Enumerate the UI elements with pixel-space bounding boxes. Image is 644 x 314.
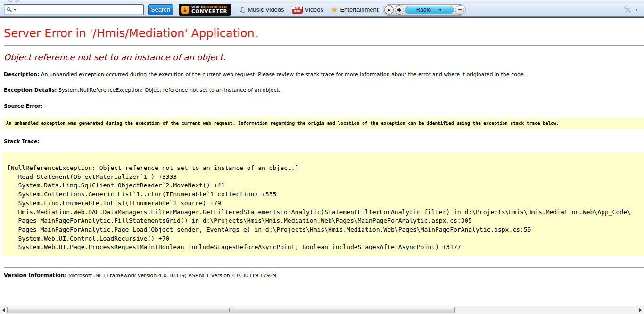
search-box[interactable] <box>4 4 144 15</box>
toolbar-item-entertainment[interactable]: ★ Entertainment <box>331 6 378 14</box>
divider-bottom <box>4 267 644 268</box>
toolbar-item-music-videos[interactable]: ♫ Music Videos <box>239 6 284 14</box>
tools-wrench-icon <box>624 6 632 14</box>
version-info-row: Version Information: Microsoft .NET Fram… <box>4 272 644 279</box>
version-info-label: Version Information: <box>4 272 67 279</box>
speaker-icon <box>396 7 402 13</box>
error-subtitle: Object reference not set to an instance … <box>4 52 644 62</box>
scroll-left-button[interactable] <box>0 307 7 314</box>
toolbar-bottom-edge <box>0 16 644 18</box>
radio-dropdown-label: Radio <box>416 7 431 13</box>
exception-details-row: Exception Details: System.NullReferenceE… <box>4 87 644 93</box>
scroll-left-arrow-icon <box>2 308 5 312</box>
toolbar-options-button[interactable] <box>624 6 641 14</box>
toolbar-item-videos[interactable]: You Tube Videos <box>292 6 324 14</box>
minimize-player-button[interactable]: − <box>455 5 464 15</box>
stack-trace-label: Stack Trace: <box>4 138 644 145</box>
search-options-caret-icon[interactable] <box>14 9 17 11</box>
browser-toolbar: Search ↓ VIDEODOWNLOAD CONVERTER ♫ Music… <box>0 3 644 16</box>
horizontal-scrollbar[interactable] <box>0 306 644 314</box>
stack-trace-box: [NullReferenceException: Object referenc… <box>2 152 644 256</box>
entertainment-label: Entertainment <box>340 6 378 13</box>
stack-trace-text: [NullReferenceException: Object referenc… <box>2 152 644 256</box>
source-error-box: An unhandled exception was generated dur… <box>2 118 644 129</box>
search-button[interactable]: Search <box>148 4 173 15</box>
videos-label: Videos <box>305 6 324 13</box>
volume-button[interactable] <box>395 5 404 15</box>
music-videos-label: Music Videos <box>248 6 284 13</box>
video-download-converter-button[interactable]: ↓ VIDEODOWNLOAD CONVERTER <box>179 4 231 16</box>
logo-word-converter: CONVERTER <box>191 9 227 14</box>
error-page: Server Error in '/Hmis/Mediation' Applic… <box>0 27 644 279</box>
version-info-text: Microsoft .NET Framework Version:4.0.303… <box>68 273 276 279</box>
scroll-right-arrow-icon <box>639 308 642 312</box>
description-label: Description: <box>4 72 40 78</box>
music-note-icon: ♫ <box>239 6 245 14</box>
scroll-right-button[interactable] <box>637 307 644 314</box>
download-arrow-icon: ↓ <box>181 6 189 14</box>
radio-dropdown-caret-icon <box>439 9 442 11</box>
source-error-text: An unhandled exception was generated dur… <box>6 121 559 126</box>
page-title: Server Error in '/Hmis/Mediation' Applic… <box>4 27 644 40</box>
radio-player: ▶ Radio − <box>383 4 466 16</box>
divider-top <box>4 45 644 46</box>
scrollbar-grip-icon <box>229 308 233 312</box>
back-button-edge <box>8 0 19 2</box>
search-icon <box>6 7 12 13</box>
description-text: An unhandled exception occurred during t… <box>41 72 525 78</box>
exception-details-label: Exception Details: <box>4 87 57 93</box>
video-download-converter-label: VIDEODOWNLOAD CONVERTER <box>191 5 227 14</box>
scrollbar-thumb[interactable] <box>7 307 455 313</box>
search-input[interactable] <box>18 6 141 14</box>
youtube-icon-you: You <box>292 6 302 9</box>
radio-dropdown[interactable]: Radio <box>405 6 454 14</box>
source-error-label: Source Error: <box>4 103 644 109</box>
star-icon: ★ <box>331 6 338 14</box>
play-button[interactable]: ▶ <box>384 5 394 15</box>
youtube-icon: You Tube <box>292 6 303 14</box>
exception-details-text: System.NullReferenceException: Object re… <box>58 87 280 93</box>
youtube-icon-tube: Tube <box>292 9 302 13</box>
description-row: Description: An unhandled exception occu… <box>4 72 644 78</box>
minus-icon: − <box>458 7 462 12</box>
tools-caret-icon <box>635 9 638 11</box>
play-icon: ▶ <box>388 8 391 12</box>
